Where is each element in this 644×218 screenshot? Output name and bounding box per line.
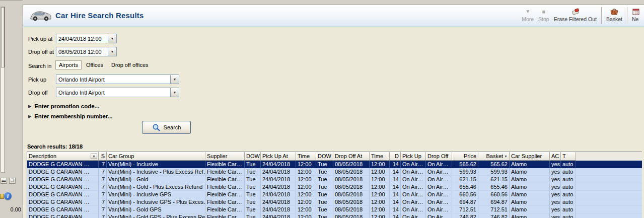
column-header-price[interactable]: Price xyxy=(452,152,478,161)
column-header-dropoff_at[interactable]: Drop Off At xyxy=(333,152,370,161)
cell-d: 14 xyxy=(390,168,401,175)
cell-s: 7 xyxy=(99,161,107,168)
restore-pane-icon[interactable]: ❐ xyxy=(9,178,16,184)
cell-dropoff_at: 08/05/2018 xyxy=(333,206,370,213)
results-grid: Description▼SCar GroupSupplierDOWPick Up… xyxy=(27,152,642,218)
cell-s: 7 xyxy=(99,206,107,213)
column-header-dropoff[interactable]: Drop Off xyxy=(426,152,452,161)
cell-car_group: Van(Mini) - Gold - Plus Excess Refund xyxy=(107,183,205,190)
new-button[interactable]: Ne xyxy=(632,6,643,22)
cell-price: 712.51 xyxy=(452,206,478,213)
column-header-car_supplier[interactable]: Car Supplier xyxy=(510,152,550,161)
cell-d: 14 xyxy=(390,213,401,218)
cell-basket: 655.46 xyxy=(478,183,510,190)
tab-offices[interactable]: Offices xyxy=(83,60,107,69)
minimize-pane-icon[interactable]: ▬ xyxy=(1,178,7,184)
column-header-basket[interactable]: Basket▼ xyxy=(478,152,510,161)
column-header-dow1[interactable]: DOW xyxy=(245,152,261,161)
result-row[interactable]: DODGE G CARAVAN …7Van(Mini) - Inclusive … xyxy=(27,198,642,206)
column-header-s[interactable]: S xyxy=(99,152,107,161)
result-row[interactable]: DODGE G CARAVAN …7Van(Mini) - Inclusive … xyxy=(27,191,642,198)
cell-time1: 12:00 xyxy=(296,176,316,183)
basket-icon xyxy=(610,7,619,16)
cell-s: 7 xyxy=(99,176,107,183)
cell-d: 14 xyxy=(390,176,401,183)
cell-dow2: Tue xyxy=(316,206,333,213)
cell-car_group: Van(Mini) - Inclusive GPS - Plus Exces… xyxy=(107,198,205,205)
toolbar-separator xyxy=(627,7,627,24)
cell-car_supplier: Alamo xyxy=(510,168,550,175)
result-row[interactable]: DODGE G CARAVAN …7Van(Mini) - GoldFlexib… xyxy=(27,176,642,183)
result-row[interactable]: DODGE G CARAVAN …7Van(Mini) - Gold GPS -… xyxy=(27,213,642,218)
cell-ac: yes xyxy=(550,168,561,175)
column-header-d[interactable]: D xyxy=(390,152,401,161)
promotion-code-expander[interactable]: ▶ Enter promotion code... xyxy=(28,103,99,109)
pickup-at-input[interactable]: 24/04/2018 12:00 ▼ xyxy=(56,34,117,43)
cell-dow2: Tue xyxy=(316,161,333,168)
cell-ac: yes xyxy=(550,161,561,168)
result-row[interactable]: DODGE G CARAVAN …7Van(Mini) - Inclusive … xyxy=(27,168,642,176)
membership-number-expander[interactable]: ▶ Enter membership number... xyxy=(28,113,112,119)
tab-drop-off-offices[interactable]: Drop off offices xyxy=(108,60,152,69)
pickup-dropdown-button[interactable]: ▼ xyxy=(170,75,179,84)
cell-dropoff_at: 08/05/2018 xyxy=(333,176,370,183)
cell-dow2: Tue xyxy=(316,213,333,218)
column-header-t[interactable]: T xyxy=(561,152,576,161)
column-header-time2[interactable]: Time xyxy=(370,152,390,161)
dropoff-dropdown-button[interactable]: ▼ xyxy=(170,88,179,97)
cell-t: auto xyxy=(561,161,576,168)
search-button[interactable]: Search xyxy=(142,121,191,134)
cell-time1: 12:00 xyxy=(296,183,316,190)
car-icon xyxy=(29,9,52,23)
column-header-supplier[interactable]: Supplier xyxy=(205,152,245,161)
dropoff-at-label: Drop off at xyxy=(28,49,54,55)
column-header-ac[interactable]: AC xyxy=(550,152,561,161)
column-header-description[interactable]: Description▼ xyxy=(27,152,99,161)
cell-d: 14 xyxy=(390,191,401,198)
cell-ac: yes xyxy=(550,191,561,198)
cell-description: DODGE G CARAVAN … xyxy=(27,206,99,213)
cell-dow2: Tue xyxy=(316,176,333,183)
result-row[interactable]: DODGE G CARAVAN …7Van(Mini) - Gold - Plu… xyxy=(27,183,642,191)
cell-car_supplier: Alamo xyxy=(510,176,550,183)
cell-time2: 12:00 xyxy=(370,168,390,175)
cell-time2: 12:00 xyxy=(370,213,390,218)
cell-car_group: Van(Mini) - Gold xyxy=(107,176,205,183)
cell-description: DODGE G CARAVAN … xyxy=(27,213,99,218)
cell-car_supplier: Alamo xyxy=(510,213,550,218)
tab-airports[interactable]: Airports xyxy=(55,60,82,69)
filter-icon[interactable]: ▼ xyxy=(91,154,97,159)
cell-pickup: On Air… xyxy=(401,213,426,218)
cell-pickup_at: 24/04/2018 xyxy=(261,176,296,183)
pickup-combo[interactable]: Orlando Intl Airport ▼ xyxy=(56,75,179,84)
column-header-pickup_at[interactable]: Pick Up At xyxy=(261,152,296,161)
result-row[interactable]: DODGE G CARAVAN …7Van(Mini) - InclusiveF… xyxy=(27,161,642,168)
column-header-time1[interactable]: Time xyxy=(296,152,316,161)
cell-basket: 746.82 xyxy=(478,213,510,218)
vertical-scrollbar[interactable] xyxy=(1,7,5,173)
dropoff-at-input[interactable]: 08/05/2018 12:00 ▼ xyxy=(56,47,117,56)
scrollbar-thumb[interactable] xyxy=(1,7,5,67)
cell-dow2: Tue xyxy=(316,183,333,190)
erase-filtered-out-button[interactable]: Erase Filtered Out xyxy=(554,6,597,22)
dropoff-combo[interactable]: Orlando Intl Airport ▼ xyxy=(56,88,179,97)
chevron-right-icon: ▶ xyxy=(28,114,31,119)
cell-time1: 12:00 xyxy=(296,168,316,175)
dropoff-at-dropdown-button[interactable]: ▼ xyxy=(108,47,116,56)
cell-time1: 12:00 xyxy=(296,198,316,205)
column-header-dow2[interactable]: DOW xyxy=(316,152,333,161)
result-row[interactable]: DODGE G CARAVAN …7Van(Mini) - Gold GPSFl… xyxy=(27,206,642,213)
column-header-car_group[interactable]: Car Group xyxy=(107,152,205,161)
cell-time2: 12:00 xyxy=(370,183,390,190)
cell-description: DODGE G CARAVAN … xyxy=(27,198,99,205)
cell-supplier: Flexible Car… xyxy=(205,213,245,218)
cell-description: DODGE G CARAVAN … xyxy=(27,168,99,175)
window-header: Car Hire Search Results ▼ More ■ Stop Er… xyxy=(23,5,644,27)
cell-t: auto xyxy=(561,206,576,213)
cell-d: 14 xyxy=(390,206,401,213)
column-header-pickup[interactable]: Pick Up xyxy=(401,152,426,161)
basket-button[interactable]: Basket xyxy=(606,6,622,22)
cell-car_supplier: Alamo xyxy=(510,206,550,213)
pickup-at-dropdown-button[interactable]: ▼ xyxy=(108,34,116,43)
info-icon[interactable]: i xyxy=(4,192,12,200)
